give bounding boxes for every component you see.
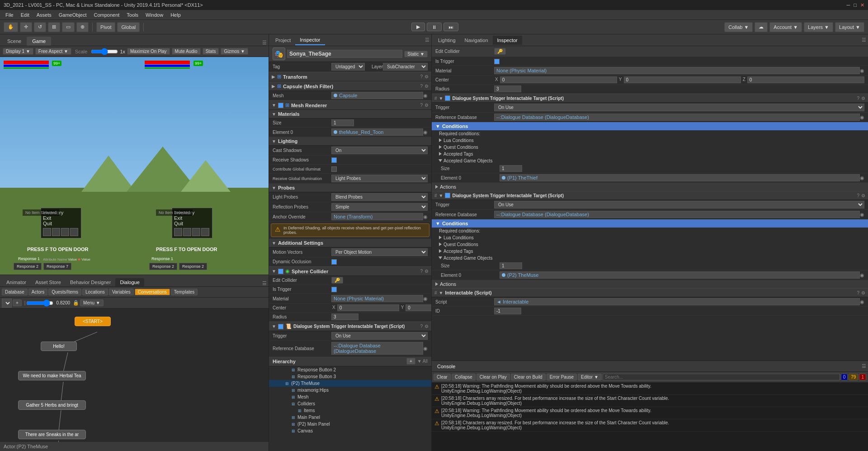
r-conditions2-bar[interactable]: ▼ Conditions xyxy=(432,219,868,228)
materials-size[interactable] xyxy=(331,119,354,126)
console-menu[interactable]: ☰ xyxy=(862,363,866,369)
r-script-field[interactable]: ◄ Interactable xyxy=(494,298,860,305)
menu-btn[interactable]: Menu ▼ xyxy=(80,299,104,306)
edit-collider-btn[interactable]: 🔑 xyxy=(331,277,343,284)
quests-btn[interactable]: Quests/Items xyxy=(48,289,81,295)
hierarchy-add-btn[interactable]: + xyxy=(406,358,415,365)
dt-settings[interactable]: ⚙ xyxy=(425,324,429,329)
r-quest2[interactable]: Quest Conditions xyxy=(432,241,868,248)
hier-items[interactable]: ⊞Items xyxy=(269,407,431,414)
dialogue-canvas[interactable]: <START> Hello! We need to make Herbal Te… xyxy=(0,309,269,451)
r-dt2-cb[interactable] xyxy=(445,193,450,198)
r-id-input[interactable] xyxy=(494,308,521,314)
r-radius-input[interactable] xyxy=(494,85,521,92)
r-dt2-help[interactable]: ? xyxy=(857,193,859,198)
trigger-select[interactable]: On Use xyxy=(331,332,428,340)
r-accepted-go1[interactable]: Accepted Game Objects xyxy=(432,157,868,164)
animator-tab[interactable]: Animator xyxy=(2,278,31,286)
error-pause-btn[interactable]: Error Pause xyxy=(547,374,577,380)
anchor-field[interactable]: None (Transform) xyxy=(331,213,423,220)
clear-btn[interactable]: Clear xyxy=(434,374,451,380)
r-material-select-btn[interactable]: ◉ xyxy=(860,68,864,74)
r-refdb1-field[interactable]: --:Dialogue Database (DialogueDatabase) xyxy=(494,114,860,121)
actors-btn[interactable]: Actors xyxy=(28,289,47,295)
close-btn[interactable]: ✕ xyxy=(860,2,864,8)
hier-colliders[interactable]: ⊞Colliders xyxy=(269,400,431,407)
aspect-btn[interactable]: Free Aspect ▼ xyxy=(35,48,71,55)
r-dt2-header[interactable]: # ▼ Dialogue System Trigger Interactable… xyxy=(432,191,868,200)
layers-btn[interactable]: Layers ▼ xyxy=(804,22,833,32)
mute-audio-btn[interactable]: Mute Audio xyxy=(172,48,201,55)
r-lua2[interactable]: Lua Conditions xyxy=(432,234,868,241)
variables-btn[interactable]: Variables xyxy=(109,289,134,295)
sphere-collider-header[interactable]: ▼ ◉ Sphere Collider ? ⚙ xyxy=(269,266,431,276)
console-tab[interactable]: Console xyxy=(434,363,459,370)
panel-menu[interactable]: ☰ xyxy=(262,40,267,46)
inspector-tab-mid[interactable]: Inspector xyxy=(295,35,325,45)
r-trigger1-select[interactable]: On Use xyxy=(494,104,864,111)
is-trigger-cb[interactable] xyxy=(331,287,337,292)
collab-btn[interactable]: Collab ▼ xyxy=(724,22,753,32)
collapse-btn[interactable]: Collapse xyxy=(452,374,476,380)
r-dt1-cb[interactable] xyxy=(445,95,450,101)
account-btn[interactable]: Account ▼ xyxy=(769,22,802,32)
mr-help[interactable]: ? xyxy=(420,103,423,108)
right-panel-menu[interactable]: ☰ xyxy=(862,37,866,43)
stats-btn[interactable]: Stats xyxy=(203,48,219,55)
cast-shadows-select[interactable]: On xyxy=(331,147,428,154)
pause-btn[interactable]: ⏸ xyxy=(427,23,442,31)
mr-settings[interactable]: ⚙ xyxy=(425,103,429,108)
r-center-z[interactable] xyxy=(747,76,864,83)
maximize-btn[interactable]: □ xyxy=(854,2,857,8)
mr-checkbox[interactable] xyxy=(278,103,283,108)
node-tea[interactable]: We need to make Herbal Tea xyxy=(18,371,86,380)
hier-response-btn2[interactable]: ⊞Response Button 2 xyxy=(269,366,431,373)
r-dt1-header[interactable]: # ▼ Dialogue System Trigger Interactable… xyxy=(432,94,868,103)
r-accepted-tags2[interactable]: Accepted Tags xyxy=(432,248,868,255)
game-tab[interactable]: Game xyxy=(27,37,51,46)
dt-checkbox[interactable] xyxy=(278,324,283,329)
layout-btn[interactable]: Layout ▼ xyxy=(835,22,864,32)
r-material-field[interactable]: None (Physic Material) xyxy=(494,67,860,74)
menu-file[interactable]: File xyxy=(2,11,17,19)
r-accepted-tags1[interactable]: Accepted Tags xyxy=(432,151,868,157)
r-trigger2-select[interactable]: On Use xyxy=(494,201,864,209)
capsule-help[interactable]: ? xyxy=(420,84,423,89)
refl-probes-select[interactable]: Simple xyxy=(331,203,428,211)
node-herbs[interactable]: Gather 5 Herbs and bringt xyxy=(18,400,86,410)
transform-settings[interactable]: ⚙ xyxy=(425,74,429,79)
step-btn[interactable]: ⏭ xyxy=(443,23,458,31)
sc-settings[interactable]: ⚙ xyxy=(425,269,429,274)
scale-tool[interactable]: ⊞ xyxy=(48,22,60,32)
r-ago1-e0-field[interactable]: (P1) TheThief xyxy=(500,174,860,181)
r-ago2-size[interactable] xyxy=(500,262,522,269)
clear-on-build-btn[interactable]: Clear on Build xyxy=(511,374,546,380)
anchor-select-btn[interactable]: ◉ xyxy=(423,214,428,220)
minimize-btn[interactable]: ─ xyxy=(847,2,850,8)
zoom-slider[interactable] xyxy=(26,299,53,307)
mesh-renderer-header[interactable]: ▼ ⊞ Mesh Renderer ? ⚙ xyxy=(269,100,431,110)
hier-mesh[interactable]: ⊞Mesh xyxy=(269,394,431,400)
mesh-select-btn[interactable]: ◉ xyxy=(423,93,428,99)
database-btn[interactable]: Database xyxy=(2,289,28,295)
center-x[interactable] xyxy=(337,304,399,311)
r-script-select-btn[interactable]: ◉ xyxy=(860,299,864,305)
menu-assets[interactable]: Assets xyxy=(33,11,55,19)
static-btn[interactable]: Static ▼ xyxy=(404,51,428,57)
hier-response-btn3[interactable]: ⊞Response Button 3 xyxy=(269,373,431,380)
r-ago1-e0-btn[interactable]: ◉ xyxy=(860,175,864,181)
hier-canvas[interactable]: ⊞Canvas xyxy=(269,427,431,434)
clear-on-play-btn[interactable]: Clear on Play xyxy=(476,374,510,380)
element0-field[interactable]: theMuse_Red_Toon xyxy=(331,128,423,136)
light-probes-select[interactable]: Blend Probes xyxy=(331,193,428,201)
r-ago2-e0-field[interactable]: (P2) TheMuse xyxy=(500,271,860,279)
probes-header[interactable]: ▼ Probes xyxy=(269,184,431,192)
material-select-btn[interactable]: ◉ xyxy=(423,296,428,302)
gizmos-btn[interactable]: Gizmos ▼ xyxy=(221,48,248,55)
additional-settings-header[interactable]: ▼ Additional Settings xyxy=(269,239,431,247)
r-center-y[interactable] xyxy=(624,76,741,83)
console-row-2[interactable]: ⚠ [20:58:18] Characters array resized. F… xyxy=(432,395,868,407)
refdb-field[interactable]: --:Dialogue Database (DialogueDatabase xyxy=(331,342,423,355)
menu-edit[interactable]: Edit xyxy=(17,11,33,19)
material-field[interactable]: None (Physic Material) xyxy=(331,295,423,302)
